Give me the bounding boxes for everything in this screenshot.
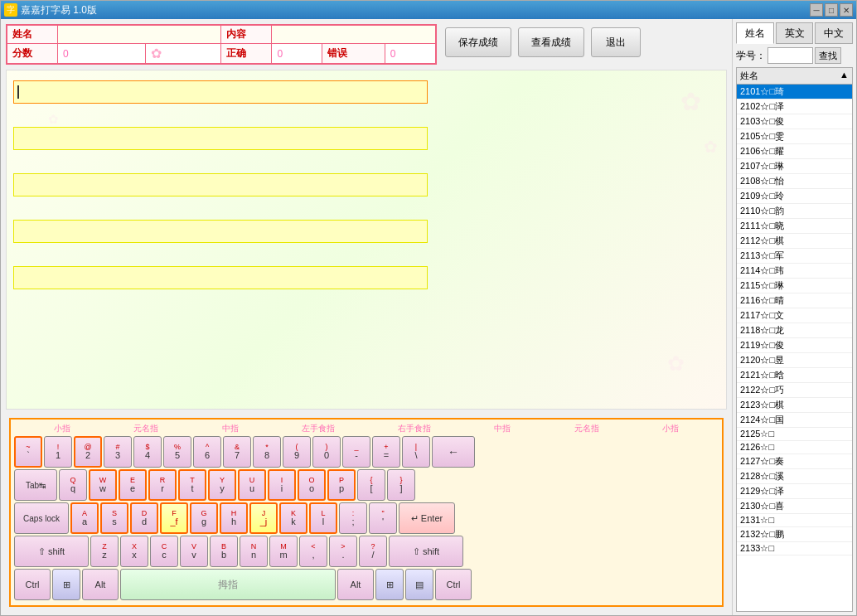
student-item[interactable]: 2106☆□耀: [737, 144, 852, 159]
student-item[interactable]: 2128☆□溪: [737, 469, 852, 484]
close-button[interactable]: ✕: [840, 3, 853, 17]
key-m[interactable]: Mm: [269, 536, 298, 567]
key-2[interactable]: @2: [74, 436, 102, 468]
view-button[interactable]: 查看成绩: [518, 27, 584, 57]
student-item[interactable]: 2101☆□琦: [737, 85, 852, 99]
key-period[interactable]: >.: [329, 536, 357, 567]
key-j[interactable]: J_j: [249, 502, 278, 534]
key-b[interactable]: Bb: [210, 536, 238, 567]
key-c[interactable]: Cc: [150, 536, 178, 567]
key-z[interactable]: Zz: [90, 536, 119, 567]
key-x[interactable]: Xx: [120, 536, 148, 567]
student-item[interactable]: 2103☆□俊: [737, 114, 852, 129]
student-item[interactable]: 2123☆□棋: [737, 398, 852, 413]
content-area[interactable]: ✿ ✿ ✿ ✿: [6, 70, 727, 410]
key-3[interactable]: #3: [104, 436, 132, 468]
student-item[interactable]: 2117☆□文: [737, 308, 852, 323]
student-item[interactable]: 2108☆□怡: [737, 174, 852, 189]
student-item[interactable]: 2120☆□昱: [737, 353, 852, 368]
key-g[interactable]: Gg: [190, 502, 218, 534]
search-button[interactable]: 查找: [815, 47, 841, 64]
text-line-2[interactable]: [13, 127, 428, 150]
student-item[interactable]: 2118☆□龙: [737, 323, 852, 338]
student-item[interactable]: 2107☆□琳: [737, 159, 852, 174]
key-1[interactable]: !1: [44, 436, 72, 468]
key-ctrl-right[interactable]: Ctrl: [435, 569, 472, 600]
key-pipe[interactable]: |\: [402, 436, 430, 468]
key-r[interactable]: Rr: [148, 469, 177, 501]
student-item[interactable]: 2112☆□棋: [737, 234, 852, 249]
key-leftbracket[interactable]: {[: [357, 469, 385, 501]
key-space[interactable]: 拇指: [120, 569, 336, 600]
key-p[interactable]: Pp: [327, 469, 356, 501]
exit-button[interactable]: 退出: [591, 27, 641, 57]
key-n[interactable]: Nn: [240, 536, 268, 567]
key-backtick[interactable]: ~`: [14, 436, 42, 468]
key-alt-left[interactable]: Alt: [82, 569, 119, 600]
key-equals[interactable]: +=: [372, 436, 400, 468]
key-w[interactable]: Ww: [89, 469, 117, 501]
key-7[interactable]: &7: [223, 436, 251, 468]
key-alt-right[interactable]: Alt: [337, 569, 374, 600]
student-item[interactable]: 2130☆□喜: [737, 499, 852, 514]
key-a[interactable]: Aa: [70, 502, 99, 534]
student-item[interactable]: 2126☆□: [737, 441, 852, 454]
maximize-button[interactable]: □: [825, 3, 838, 17]
student-item[interactable]: 2102☆□泽: [737, 99, 852, 114]
key-shift-right[interactable]: ⇧ shift: [389, 536, 463, 567]
titlebar-controls[interactable]: ─ □ ✕: [810, 3, 853, 17]
key-rightbracket[interactable]: }]: [387, 469, 415, 501]
key-capslock[interactable]: Caps lock: [14, 502, 69, 534]
student-item[interactable]: 2129☆□泽: [737, 484, 852, 499]
key-y[interactable]: Yy: [208, 469, 236, 501]
save-button[interactable]: 保存成绩: [445, 27, 511, 57]
key-o[interactable]: Oo: [298, 469, 326, 501]
key-4[interactable]: $4: [133, 436, 162, 468]
student-item[interactable]: 2111☆□晓: [737, 219, 852, 234]
key-enter[interactable]: ↵ Enter: [399, 502, 455, 534]
student-item[interactable]: 2114☆□玮: [737, 264, 852, 279]
student-item[interactable]: 2127☆□奏: [737, 454, 852, 469]
key-quote[interactable]: "': [369, 502, 397, 534]
key-slash[interactable]: ?/: [359, 536, 387, 567]
key-win-left[interactable]: ⊞: [52, 569, 80, 600]
key-8[interactable]: *8: [253, 436, 281, 468]
student-item[interactable]: 2105☆□雯: [737, 129, 852, 144]
student-id-input[interactable]: [767, 47, 813, 64]
student-item[interactable]: 2122☆□巧: [737, 383, 852, 398]
student-item[interactable]: 2121☆□晗: [737, 368, 852, 383]
text-line-1[interactable]: [13, 80, 428, 104]
student-item[interactable]: 2110☆□韵: [737, 204, 852, 219]
student-item[interactable]: 2125☆□: [737, 428, 852, 441]
key-v[interactable]: Vv: [180, 536, 208, 567]
text-line-4[interactable]: [13, 220, 428, 243]
key-5[interactable]: %5: [163, 436, 191, 468]
key-tab[interactable]: Tab↹: [14, 469, 57, 501]
key-0[interactable]: )0: [312, 436, 341, 468]
tab-name[interactable]: 姓名: [736, 22, 774, 44]
student-item[interactable]: 2116☆□晴: [737, 293, 852, 308]
student-item[interactable]: 2132☆□鹏: [737, 527, 852, 542]
student-item[interactable]: 2124☆□国: [737, 413, 852, 428]
key-shift-left[interactable]: ⇧ shift: [14, 536, 89, 567]
key-u[interactable]: Uu: [238, 469, 266, 501]
student-item[interactable]: 2109☆□玲: [737, 189, 852, 204]
student-item[interactable]: 2115☆□琳: [737, 279, 852, 293]
student-item[interactable]: 2131☆□: [737, 514, 852, 527]
key-ctrl-left[interactable]: Ctrl: [14, 569, 51, 600]
tab-chinese[interactable]: 中文: [815, 22, 853, 44]
key-6[interactable]: ^6: [193, 436, 221, 468]
key-semicolon[interactable]: :;: [339, 502, 367, 534]
key-backspace[interactable]: ←: [432, 436, 475, 468]
key-l[interactable]: Ll: [309, 502, 337, 534]
key-f[interactable]: F_f: [160, 502, 188, 534]
key-e[interactable]: Ee: [119, 469, 147, 501]
student-item[interactable]: 2113☆□军: [737, 249, 852, 264]
key-h[interactable]: Hh: [220, 502, 248, 534]
key-minus[interactable]: _-: [342, 436, 370, 468]
key-9[interactable]: (9: [283, 436, 311, 468]
key-s[interactable]: Ss: [100, 502, 128, 534]
key-q[interactable]: Qq: [59, 469, 87, 501]
text-line-5[interactable]: [13, 266, 428, 289]
key-i[interactable]: Ii: [268, 469, 296, 501]
